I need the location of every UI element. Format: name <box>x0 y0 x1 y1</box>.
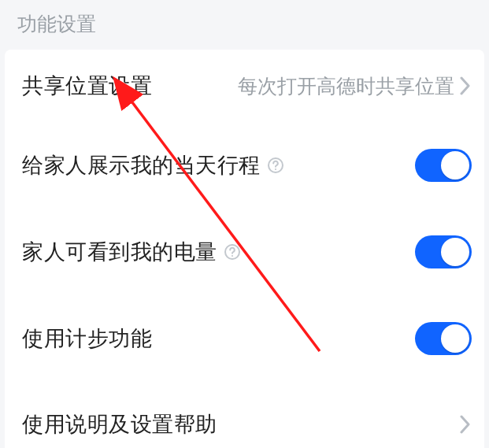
row-help-right <box>459 413 472 436</box>
settings-card: 共享位置设置 每次打开高德时共享位置 给家人展示我的当天行程 家人可看到我的电量 <box>5 50 484 448</box>
row-show-battery-left: 家人可看到我的电量 <box>22 238 241 266</box>
share-location-label: 共享位置设置 <box>22 72 152 100</box>
row-step-counter-right <box>415 322 472 355</box>
show-battery-toggle[interactable] <box>415 235 472 268</box>
row-show-schedule-right <box>415 149 472 182</box>
toggle-knob <box>441 324 469 353</box>
help-label: 使用说明及设置帮助 <box>22 410 217 439</box>
row-help-left: 使用说明及设置帮助 <box>22 410 217 439</box>
help-icon[interactable] <box>224 243 241 261</box>
row-step-counter: 使用计步功能 <box>5 295 484 382</box>
row-step-counter-left: 使用计步功能 <box>22 324 152 353</box>
step-counter-label: 使用计步功能 <box>22 324 152 353</box>
row-show-battery: 家人可看到我的电量 <box>5 209 484 295</box>
help-icon[interactable] <box>267 157 284 174</box>
share-location-value: 每次打开高德时共享位置 <box>238 73 454 99</box>
show-schedule-label: 给家人展示我的当天行程 <box>22 151 261 180</box>
chevron-right-icon <box>459 74 472 98</box>
svg-point-1 <box>274 168 276 170</box>
row-share-location-right: 每次打开高德时共享位置 <box>238 73 472 99</box>
row-share-location-left: 共享位置设置 <box>22 72 152 100</box>
section-title: 功能设置 <box>0 0 489 45</box>
row-show-schedule-left: 给家人展示我的当天行程 <box>22 151 284 180</box>
row-help[interactable]: 使用说明及设置帮助 <box>5 382 484 448</box>
show-battery-label: 家人可看到我的电量 <box>22 238 217 266</box>
chevron-right-icon <box>459 413 472 436</box>
show-schedule-toggle[interactable] <box>415 149 472 182</box>
section-title-text: 功能设置 <box>17 13 96 35</box>
step-counter-toggle[interactable] <box>415 322 472 355</box>
svg-point-3 <box>231 255 232 257</box>
toggle-knob <box>441 238 469 266</box>
row-share-location[interactable]: 共享位置设置 每次打开高德时共享位置 <box>5 50 484 122</box>
row-show-battery-right <box>415 235 472 268</box>
toggle-knob <box>441 151 469 180</box>
row-show-schedule: 给家人展示我的当天行程 <box>5 122 484 209</box>
